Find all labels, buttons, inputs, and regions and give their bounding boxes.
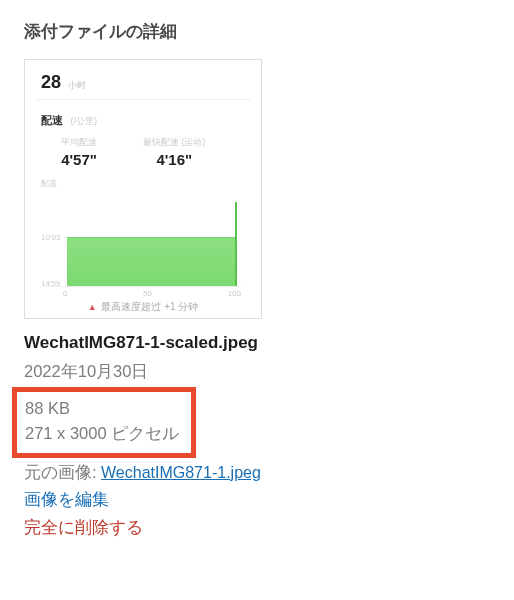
thumb-top-value: 28 [41,72,61,92]
thumb-col2-value: 4'16" [143,151,206,168]
highlighted-meta-box: 88 KB 271 x 3000 ピクセル [12,387,196,458]
thumb-col1-label: 平均配速 [61,136,97,149]
thumb-col2-label: 最快配速 (运动) [143,136,206,149]
page-title: 添付ファイルの詳細 [24,20,490,43]
attachment-date: 2022年10月30日 [24,359,490,385]
attachment-filename: WechatIMG871-1-scaled.jpeg [24,333,490,353]
delete-permanently-link[interactable]: 完全に削除する [24,518,143,536]
divider [35,99,251,100]
original-image-link[interactable]: WechatIMG871-1.jpeg [101,464,261,481]
thumbnail-content: 28 小时 配速 (/公里) 平均配速 4'57" 最快配速 (运动) 4'16… [25,60,261,318]
thumb-bottom-text: ▲ 最高速度超过 +1 分钟 [25,300,261,314]
attachment-filesize: 88 KB [25,396,179,422]
chart-ytick-2: 14'59 [41,279,60,288]
thumb-top-unit: 小时 [68,80,86,90]
chart-ytick-1: 10'03 [41,233,60,242]
thumb-col1-value: 4'57" [61,151,97,168]
chart-xticks: 0 50 100 [41,287,245,298]
original-image-label: 元の画像: [24,463,97,481]
attachment-dimensions: 271 x 3000 ピクセル [25,421,179,447]
thumb-section-sub: (/公里) [70,116,97,126]
attachment-thumbnail[interactable]: 28 小时 配速 (/公里) 平均配速 4'57" 最快配速 (运动) 4'16… [24,59,262,319]
thumb-section-label: 配速 [41,114,63,126]
edit-image-link[interactable]: 画像を編集 [24,490,109,508]
thumb-chart: 10'03 14'59 [45,201,241,287]
thumb-side-label: 配速 [41,178,245,189]
warning-icon: ▲ [88,302,97,312]
